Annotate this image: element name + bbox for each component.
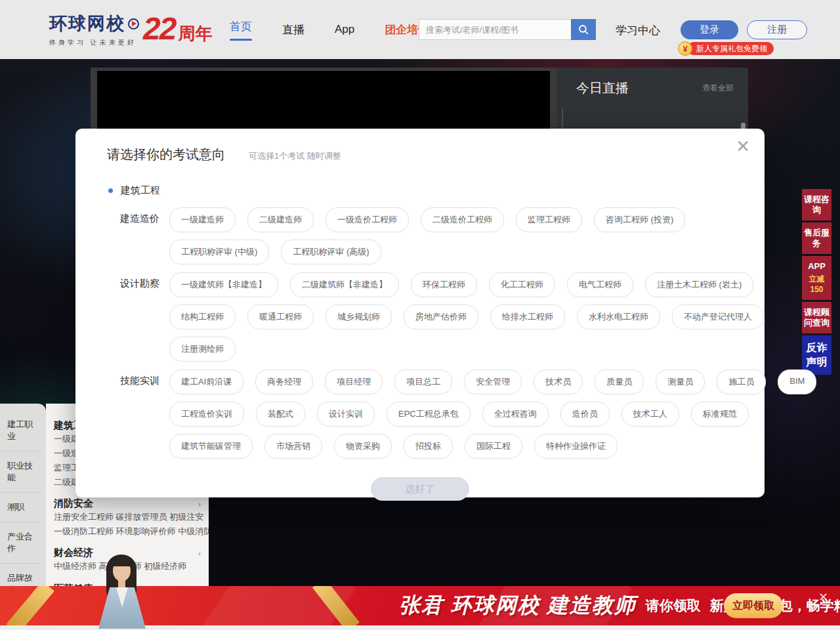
- exam-tag[interactable]: 商务经理: [255, 369, 313, 394]
- sidebar-category-item[interactable]: 职业技能: [0, 452, 41, 493]
- view-all-link[interactable]: 查看全部: [702, 83, 734, 94]
- float-button-stack: 课程咨询 售后服务 APP 立减150 课程顾问查询 反诈声明: [802, 189, 831, 375]
- newcomer-gift-label: 新人专属礼包免费领: [687, 42, 774, 55]
- sidebar-category-item[interactable]: 潮职: [0, 493, 41, 522]
- modal-title: 请选择你的考试意向: [107, 146, 225, 163]
- exam-tag[interactable]: 设计实训: [317, 402, 375, 427]
- exam-tag[interactable]: 电气工程师: [567, 272, 633, 297]
- exam-tag[interactable]: 技术工人: [621, 402, 679, 427]
- exam-tag[interactable]: 水利水电工程师: [577, 304, 660, 329]
- exam-tag[interactable]: 给排水工程师: [490, 304, 565, 329]
- exam-tag[interactable]: 国际工程: [465, 434, 522, 459]
- exam-tag[interactable]: 二级造价工程师: [421, 207, 504, 232]
- nav-live[interactable]: 直播: [282, 22, 304, 37]
- newcomer-gift-badge[interactable]: ¥ 新人专属礼包免费领: [678, 41, 774, 56]
- exam-tag[interactable]: 环保工程师: [411, 272, 477, 297]
- search-button[interactable]: [571, 19, 596, 40]
- flyout-section-title[interactable]: 消防安全: [54, 497, 93, 510]
- register-button[interactable]: 注册: [747, 20, 807, 39]
- exam-tag[interactable]: 工程职称评审 (中级): [169, 240, 269, 264]
- exam-tag[interactable]: 项目总工: [394, 369, 452, 394]
- nav-app[interactable]: App: [335, 23, 354, 36]
- exam-tag[interactable]: 项目经理: [325, 369, 383, 394]
- confirm-selection-button[interactable]: 选好了: [371, 477, 469, 501]
- chevron-right-icon: ›: [198, 549, 201, 557]
- exam-tag[interactable]: 工程职称评审 (高级): [281, 240, 381, 264]
- flyout-link-row[interactable]: 注册安全工程师 碳排放管理员 初级注安: [54, 510, 201, 524]
- spokesperson-photo: [89, 553, 155, 629]
- exam-tag-group: 设计勘察 一级建筑师【非建造】 二级建筑师【非建造】 环保工程师 化工工程师: [120, 272, 733, 362]
- live-panel-title: 今日直播: [576, 79, 629, 97]
- anti-fraud-button[interactable]: 反诈声明: [802, 335, 831, 375]
- exam-tag[interactable]: 建筑节能碳管理: [169, 434, 253, 459]
- banner-headline: 张君 环球网校 建造教师: [399, 591, 637, 620]
- exam-tag[interactable]: 招投标: [404, 434, 453, 459]
- exam-tag[interactable]: 安全管理: [464, 369, 522, 394]
- exam-tag[interactable]: 不动产登记代理人: [672, 304, 764, 329]
- exam-tag[interactable]: 注册测绘师: [169, 337, 236, 362]
- exam-tag[interactable]: 一级建造师: [169, 207, 236, 232]
- flyout-section-fire-safety: 消防安全 › 注册安全工程师 碳排放管理员 初级注安 一级消防工程师 环境影响评…: [54, 497, 201, 539]
- flyout-section-title[interactable]: 财会经济: [54, 547, 93, 559]
- search-input[interactable]: [419, 19, 571, 40]
- anniversary-word: 周年: [178, 22, 212, 45]
- exam-tag[interactable]: 一级造价工程师: [326, 207, 409, 232]
- tag-row: 工程造价实训 装配式 设计实训 EPC工程总承包 全过程咨询 造价员 技术工: [169, 402, 816, 427]
- exam-tag[interactable]: 物资采购: [334, 434, 392, 459]
- site-logo[interactable]: 环球网校 终身学习 让未来更好: [49, 12, 139, 47]
- tag-row: 建工AI前沿课 商务经理 项目经理 项目总工 安全管理 技术员 质量员: [169, 369, 816, 394]
- exam-tag[interactable]: 建工AI前沿课: [169, 369, 243, 394]
- advisor-lookup-button[interactable]: 课程顾问查询: [802, 302, 831, 333]
- top-header: 环球网校 终身学习 让未来更好 22 周年 首页 直播 App 团企培训 学习中…: [0, 0, 840, 59]
- exam-tag[interactable]: 测量员: [656, 369, 705, 394]
- exam-tag[interactable]: 技术员: [534, 369, 583, 394]
- exam-tag-group: 技能实训 建工AI前沿课 商务经理 项目经理 项目总工 安全管理: [120, 369, 733, 459]
- exam-tag[interactable]: 造价员: [560, 402, 610, 427]
- claim-now-button[interactable]: 立即领取: [724, 593, 783, 618]
- nav-home[interactable]: 首页: [230, 19, 252, 41]
- exam-tag[interactable]: 化工工程师: [489, 272, 555, 297]
- app-download-button[interactable]: APP 立减150: [802, 256, 831, 300]
- course-consult-button[interactable]: 课程咨询: [802, 189, 831, 220]
- flyout-link-row[interactable]: 一级消防工程师 环境影响评价师 中级消防员: [54, 524, 201, 539]
- exam-tag[interactable]: 暖通工程师: [247, 304, 314, 329]
- exam-tag[interactable]: 一级建筑师【非建造】: [169, 272, 278, 297]
- exam-tag[interactable]: EPC工程总承包: [387, 402, 471, 427]
- logo-text: 环球网校: [49, 12, 125, 35]
- exam-tag[interactable]: 市场营销: [264, 434, 322, 459]
- exam-tag[interactable]: 施工员: [717, 369, 766, 394]
- logo-tagline: 终身学习 让未来更好: [49, 38, 139, 47]
- exam-tag[interactable]: 标准规范: [691, 402, 749, 427]
- tag-row: 一级建造师 二级建造师 一级造价工程师 二级造价工程师 监理工程师 咨询工程师 …: [169, 207, 685, 232]
- exam-tag[interactable]: 咨询工程师 (投资): [594, 207, 685, 232]
- banner-close-icon[interactable]: ✕: [818, 590, 828, 604]
- exam-tag[interactable]: 房地产估价师: [404, 304, 478, 329]
- exam-tag[interactable]: 结构工程师: [169, 304, 236, 329]
- exam-tag[interactable]: 二级建筑师【非建造】: [290, 272, 399, 297]
- tag-row: 一级建筑师【非建造】 二级建筑师【非建造】 环保工程师 化工工程师 电气工程师 …: [169, 272, 764, 297]
- search-icon: [578, 24, 589, 35]
- login-button[interactable]: 登录: [681, 20, 738, 39]
- app-label: APP: [808, 261, 826, 271]
- close-icon[interactable]: ✕: [736, 138, 750, 155]
- exam-tag[interactable]: 质量员: [595, 369, 644, 394]
- exam-tag[interactable]: 注册土木工程师 (岩土): [645, 272, 753, 297]
- sidebar-category-item[interactable]: 建工职业: [0, 410, 41, 452]
- anniversary-badge[interactable]: 22 周年: [143, 10, 212, 47]
- exam-tag[interactable]: 监理工程师: [516, 207, 582, 232]
- exam-tag[interactable]: 装配式: [256, 402, 305, 427]
- exam-tag[interactable]: 二级建造师: [247, 207, 314, 232]
- exam-tag[interactable]: 全过程咨询: [482, 402, 549, 427]
- sidebar-category-item[interactable]: 产业合作: [0, 522, 41, 564]
- exam-tag-group: 建造造价 一级建造师 二级建造师 一级造价工程师 二级造价工程师 监理工程师: [120, 207, 733, 264]
- chevron-right-icon: ›: [198, 500, 201, 508]
- learning-center-link[interactable]: 学习中心: [616, 23, 660, 38]
- modal-subtitle: 可选择1个考试 随时调整: [249, 150, 341, 162]
- exam-tag[interactable]: 工程造价实训: [169, 402, 244, 427]
- tag-group-label: 设计勘察: [120, 272, 169, 362]
- exam-tag[interactable]: 特种作业操作证: [534, 434, 618, 459]
- after-sales-button[interactable]: 售后服务: [802, 222, 831, 254]
- exam-tag[interactable]: BIM: [778, 369, 816, 394]
- exam-tag[interactable]: 城乡规划师: [326, 304, 392, 329]
- bullet-dot-icon: [108, 188, 113, 193]
